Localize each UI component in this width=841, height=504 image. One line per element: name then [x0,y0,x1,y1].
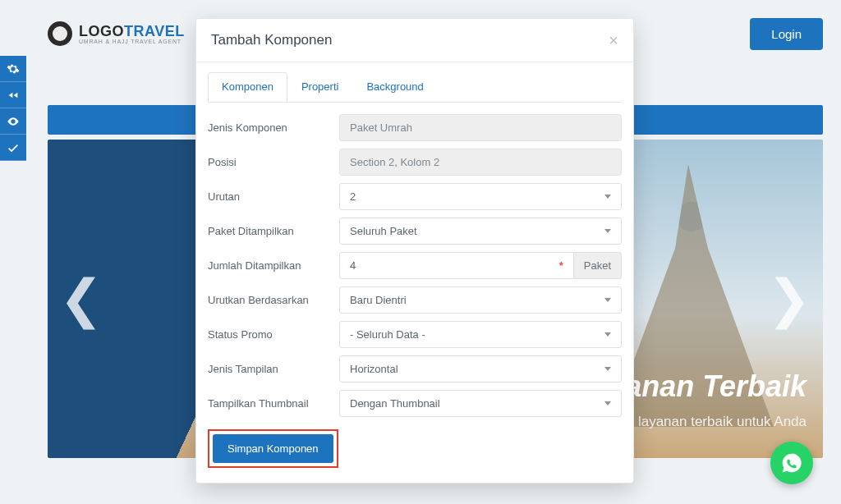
select-status-promo[interactable]: - Seluruh Data - [339,321,622,348]
caret-down-icon [604,195,611,199]
label-urutkan: Urutkan Berdasarkan [208,294,339,306]
caret-down-icon [604,367,611,371]
check-icon [7,141,20,154]
label-status-promo: Status Promo [208,328,339,341]
site-logo[interactable]: LOGOTRAVEL UMRAH & HAJJ TRAVEL AGENT [48,21,185,46]
slider-prev[interactable]: ❮ [59,268,103,329]
label-jenis-komponen: Jenis Komponen [208,121,339,134]
whatsapp-fab[interactable] [770,442,813,484]
label-thumbnail: Tampilkan Thumbnail [208,397,339,410]
tool-undo[interactable] [0,82,26,108]
label-jenis-tampilan: Jenis Tampilan [208,363,339,375]
modal-tabs: Komponen Properti Background [196,62,633,102]
input-jumlah-ditampilkan[interactable]: 4* [339,252,574,279]
tool-preview[interactable] [0,108,26,135]
editor-side-toolbar [0,56,26,161]
tool-settings[interactable] [0,56,26,82]
submit-highlight: Simpan Komponen [208,429,338,468]
label-paket: Paket Ditampilkan [208,225,339,237]
select-tampilkan-thumbnail[interactable]: Dengan Thumbnail [339,390,622,417]
whatsapp-icon [780,451,803,474]
field-jenis-komponen: Paket Umrah [339,114,622,141]
modal-close-button[interactable]: × [609,32,618,48]
slider-next[interactable]: ❯ [767,268,811,329]
component-form: Jenis Komponen Paket Umrah Posisi Sectio… [196,103,633,483]
addon-paket: Paket [574,252,622,279]
tab-komponen[interactable]: Komponen [208,72,287,102]
required-mark: * [559,259,563,272]
rewind-icon [7,89,20,102]
save-component-button[interactable]: Simpan Komponen [213,434,333,463]
select-jenis-tampilan[interactable]: Horizontal [339,355,622,383]
gears-icon [7,62,20,76]
logo-word-1: LOGO [79,23,124,39]
logo-mark-icon [48,21,72,46]
modal-title: Tambah Komponen [211,32,332,48]
caret-down-icon [604,401,611,405]
caret-down-icon [604,332,611,337]
caret-down-icon [604,298,611,302]
login-button[interactable]: Login [750,18,823,50]
tool-confirm[interactable] [0,135,26,161]
field-posisi: Section 2, Kolom 2 [339,149,622,176]
add-component-modal: Tambah Komponen × Komponen Properti Back… [195,18,634,483]
tab-background[interactable]: Background [352,72,437,102]
tab-properti[interactable]: Properti [287,72,353,102]
select-urutan[interactable]: 2 [339,183,622,210]
label-posisi: Posisi [208,156,339,168]
select-paket-ditampilkan[interactable]: Seluruh Paket [339,218,622,245]
caret-down-icon [604,229,611,233]
logo-word-2: TRAVEL [124,23,185,39]
select-urutkan-berdasarkan[interactable]: Baru Dientri [339,286,622,314]
label-jumlah: Jumlah Ditampilkan [208,259,339,272]
label-urutan: Urutan [208,190,339,203]
logo-subtitle: UMRAH & HAJJ TRAVEL AGENT [79,39,185,44]
eye-icon [7,115,20,128]
